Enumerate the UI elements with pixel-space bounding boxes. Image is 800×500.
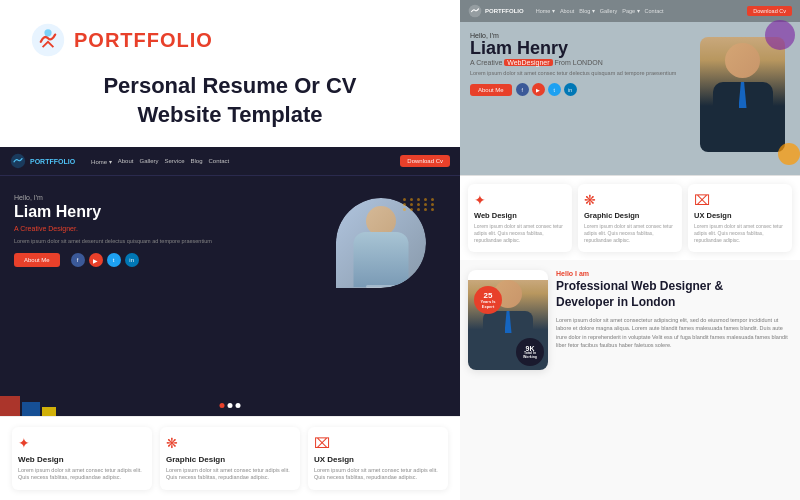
- right-panel: PORTFFOLIO Home ▾ About Blog ▾ Gallery P…: [460, 0, 800, 500]
- hero-description: Lorem ipsum dolor sit amet deserunt dele…: [14, 238, 328, 246]
- preview-navbar: PORTFFOLIO Home ▾ About Gallery Service …: [0, 147, 460, 176]
- years-badge: 25 Years IsExpert: [474, 286, 502, 314]
- about-description: Lorem ipsum dolor sit amet consectetur a…: [556, 316, 790, 349]
- right-nav-logo-area: PORTFFOLIO: [468, 4, 524, 18]
- service-graphic-design: ❋ Graphic Design Lorem ipsum dolor sit a…: [160, 427, 300, 490]
- nav-link-home[interactable]: Home ▾: [91, 158, 112, 165]
- about-person-img: 25 Years IsExpert 9K Total InWorking: [468, 280, 548, 370]
- youtube-icon[interactable]: ▶: [89, 253, 103, 267]
- svg-point-1: [44, 29, 51, 36]
- nav-link-gallery[interactable]: Gallery: [139, 158, 158, 165]
- rs-web-title: Web Design: [474, 211, 566, 220]
- right-hero-preview: PORTFFOLIO Home ▾ About Blog ▾ Gallery P…: [460, 0, 800, 175]
- right-services-row: ✦ Web Design Lorem ipsum dolor sit amet …: [460, 175, 800, 260]
- services-row-left: ✦ Web Design Lorem ipsum dolor sit amet …: [0, 416, 460, 500]
- rh-about-btn[interactable]: About Me: [470, 84, 512, 96]
- person-photo-right: [700, 37, 785, 152]
- about-section: 25 Years IsExpert 9K Total InWorking: [460, 260, 800, 500]
- preview-hero-image: [336, 188, 446, 288]
- rnav-contact[interactable]: Contact: [645, 8, 664, 14]
- person-head: [725, 43, 760, 78]
- svg-point-3: [469, 5, 482, 18]
- main-container: PORTFFOLIO Personal Resume Or CV Website…: [0, 0, 800, 500]
- service-desc-web: Lorem ipsum dolor sit amet consec tetur …: [18, 467, 146, 482]
- shape-orange: [0, 396, 20, 416]
- dot-2[interactable]: [228, 403, 233, 408]
- preview-hero: Hello, I'm Liam Henry A Creative Designe…: [0, 176, 460, 300]
- right-download-btn[interactable]: Download Cv: [747, 6, 792, 16]
- preview-nav-links: Home ▾ About Gallery Service Blog Contac…: [91, 158, 229, 165]
- rs-web-desc: Lorem ipsum dolor sit amet consec tetur …: [474, 223, 566, 244]
- dot-1[interactable]: [220, 403, 225, 408]
- dark-preview: PORTFFOLIO Home ▾ About Gallery Service …: [0, 147, 460, 415]
- about-text-content: Hello I am Professional Web Designer &De…: [556, 270, 790, 349]
- logo-area: PORTFFOLIO: [30, 22, 430, 58]
- linkedin-icon[interactable]: in: [125, 253, 139, 267]
- facebook-icon[interactable]: f: [71, 253, 85, 267]
- preview-nav-brand: PORTFFOLIO: [30, 158, 75, 165]
- ux-design-icon: ⌧: [314, 435, 442, 451]
- service-title-ux: UX Design: [314, 455, 442, 464]
- rnav-home[interactable]: Home ▾: [536, 8, 555, 14]
- about-main-title: Professional Web Designer &Developer in …: [556, 279, 790, 310]
- svg-point-0: [32, 24, 64, 56]
- rh-social-icons: f ▶ t in: [516, 83, 577, 96]
- rs-ux-icon: ⌧: [694, 192, 786, 208]
- person-body: [713, 82, 773, 137]
- left-top-header: PORTFFOLIO Personal Resume Or CV Website…: [0, 0, 460, 147]
- service-desc-graphic: Lorem ipsum dolor sit amet consec tetur …: [166, 467, 294, 482]
- rh-buttons: About Me f ▶ t in: [470, 83, 700, 96]
- right-service-ux: ⌧ UX Design Lorem ipsum dolor sit amet c…: [688, 184, 792, 252]
- nav-link-service[interactable]: Service: [164, 158, 184, 165]
- rh-description: Lorem ipsum dolor sit amet consec tetur …: [470, 70, 700, 78]
- logo-text: PORTFFOLIO: [74, 29, 213, 52]
- right-nav-brand: PORTFFOLIO: [485, 8, 524, 14]
- preview-nav-logo-icon: [10, 153, 26, 169]
- shape-yellow: [42, 407, 56, 416]
- svg-point-2: [11, 154, 25, 168]
- rh-subtitle: A Creative WebDesigner From From LONDON …: [470, 59, 700, 66]
- preview-hero-text: Hello, I'm Liam Henry A Creative Designe…: [14, 188, 328, 288]
- nav-link-about[interactable]: About: [118, 158, 134, 165]
- rh-youtube[interactable]: ▶: [532, 83, 545, 96]
- hero-subtitle: A Creative Designer.: [14, 225, 328, 232]
- hero-image-circle: [336, 198, 426, 288]
- twitter-icon[interactable]: t: [107, 253, 121, 267]
- right-service-graphic: ❋ Graphic Design Lorem ipsum dolor sit a…: [578, 184, 682, 252]
- about-hello-label: Hello I am: [556, 270, 790, 277]
- right-nav-links: Home ▾ About Blog ▾ Gallery Page ▾ Conta…: [536, 8, 664, 14]
- logo-icon: [30, 22, 66, 58]
- dot-3[interactable]: [236, 403, 241, 408]
- left-panel: PORTFFOLIO Personal Resume Or CV Website…: [0, 0, 460, 500]
- rnav-blog[interactable]: Blog ▾: [579, 8, 595, 14]
- rs-ux-desc: Lorem ipsum dolor sit amet consec tetur …: [694, 223, 786, 244]
- right-hero-text: Hello, I'm Liam Henry A Creative WebDesi…: [470, 32, 700, 96]
- service-title-graphic: Graphic Design: [166, 455, 294, 464]
- right-hero-person: [700, 32, 790, 152]
- rs-graphic-title: Graphic Design: [584, 211, 676, 220]
- hero-hello: Hello, I'm: [14, 194, 328, 201]
- nav-link-contact[interactable]: Contact: [209, 158, 230, 165]
- preview-download-btn[interactable]: Download Cv: [400, 155, 450, 167]
- right-hero-content: Hello, I'm Liam Henry A Creative WebDesi…: [460, 22, 800, 162]
- service-web-design: ✦ Web Design Lorem ipsum dolor sit amet …: [12, 427, 152, 490]
- total-badge: 9K Total InWorking: [516, 338, 544, 366]
- about-person-card: 25 Years IsExpert 9K Total InWorking: [468, 270, 548, 370]
- right-navbar: PORTFFOLIO Home ▾ About Blog ▾ Gallery P…: [460, 0, 800, 22]
- rh-linkedin[interactable]: in: [564, 83, 577, 96]
- rnav-about[interactable]: About: [560, 8, 574, 14]
- nav-link-blog[interactable]: Blog: [191, 158, 203, 165]
- hero-name: Liam Henry: [14, 203, 328, 221]
- main-title: Personal Resume Or CV Website Template: [30, 72, 430, 129]
- rnav-gallery[interactable]: Gallery: [600, 8, 617, 14]
- shape-blue: [22, 402, 40, 416]
- rs-graphic-icon: ❋: [584, 192, 676, 208]
- rh-twitter[interactable]: t: [548, 83, 561, 96]
- hero-person: [336, 198, 426, 288]
- rh-facebook[interactable]: f: [516, 83, 529, 96]
- deco-dots: [403, 198, 436, 211]
- about-me-btn[interactable]: About Me: [14, 253, 60, 267]
- service-desc-ux: Lorem ipsum dolor sit amet consec tetur …: [314, 467, 442, 482]
- rnav-page[interactable]: Page ▾: [622, 8, 639, 14]
- web-design-icon: ✦: [18, 435, 146, 451]
